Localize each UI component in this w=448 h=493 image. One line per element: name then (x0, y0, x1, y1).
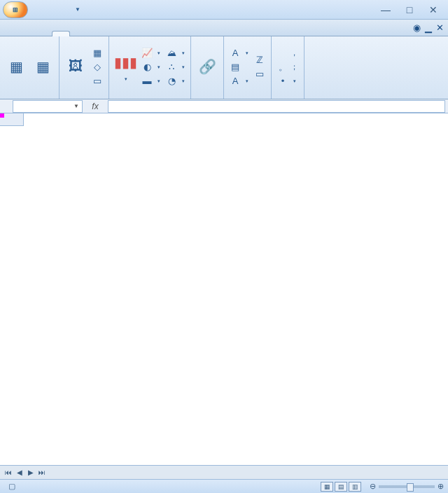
pie-chart-button[interactable]: ◐▾ (140, 61, 162, 74)
other-chart-icon: ◔ (166, 76, 177, 87)
line-chart-icon: 📈 (141, 48, 153, 59)
pie-chart-icon: ◐ (141, 62, 153, 73)
group-label-illustrations (64, 96, 104, 97)
minimize-button[interactable]: ― (378, 4, 393, 15)
horizontal-scrollbar[interactable] (50, 467, 445, 478)
close-button[interactable]: ✕ (426, 4, 441, 15)
other-chart-button[interactable]: ◔▾ (164, 75, 186, 88)
office-button-icon[interactable]: ⊞ (3, 1, 28, 18)
group-label-charts (113, 96, 186, 97)
symbol3-icon: • (277, 76, 288, 87)
wordart-icon: A (230, 76, 241, 87)
picture-button[interactable]: 🖼 (64, 55, 88, 79)
select-all-corner[interactable] (0, 113, 24, 126)
title-bar: ⊞ ▼ ― □ ✕ (0, 0, 448, 20)
pivot-icon: ▦ (6, 57, 26, 76)
hyperlink-icon: 🔗 (197, 57, 217, 76)
sig-icon: ℤ (254, 55, 265, 66)
sig-button[interactable]: ℤ (253, 54, 267, 67)
maximize-button[interactable]: □ (402, 4, 417, 15)
symbol3-button[interactable]: •▾ (276, 75, 300, 88)
table-icon: ▦ (33, 57, 52, 76)
sheet-nav-next[interactable]: ▶ (25, 468, 36, 476)
table-button[interactable]: ▦ (31, 55, 55, 79)
fx-icon[interactable]: fx (87, 102, 104, 111)
qat-dropdown-icon[interactable]: ▼ (72, 4, 83, 15)
group-label-tables (4, 96, 55, 97)
column-chart-icon: ▮▮▮ (115, 53, 135, 72)
view-break-button[interactable]: ▥ (349, 482, 361, 492)
symbol2-button[interactable]: 。； (276, 61, 300, 74)
view-normal-button[interactable]: ▦ (321, 482, 333, 492)
zoom-slider[interactable] (379, 485, 435, 488)
quick-access-toolbar: ▼ (32, 4, 83, 15)
namebox-dropdown-icon[interactable]: ▼ (74, 103, 79, 109)
formula-input[interactable] (108, 100, 445, 113)
status-bar: ▢ ▦ ▤ ▥ ⊖ ⊕ (0, 479, 448, 493)
help-icon[interactable]: ◉ (413, 22, 421, 33)
line-chart-button[interactable]: 📈▾ (140, 47, 162, 60)
spreadsheet-grid[interactable] (0, 113, 448, 465)
group-label-text (228, 96, 267, 97)
annotation-arrow (0, 113, 210, 218)
formula-bar: ▼ fx (0, 99, 448, 113)
ribbon-tabs: ◉ ▁ ✕ (0, 20, 448, 36)
shapes-icon: ◇ (92, 62, 103, 73)
sheet-nav-first[interactable]: ⏮ (3, 468, 14, 476)
ribbon-min-icon[interactable]: ▁ (425, 22, 432, 33)
scatter-chart-button[interactable]: ∴▾ (164, 61, 186, 74)
wordart-button[interactable]: A▾ (228, 75, 250, 88)
status-macro-icon[interactable]: ▢ (8, 482, 15, 491)
redo-icon[interactable] (59, 4, 70, 15)
symbol-icon: 。 (277, 62, 288, 73)
sheet-tab-bar: ⏮ ◀ ▶ ⏭ (0, 465, 448, 479)
picture-icon: 🖼 (66, 57, 85, 76)
smartart-button[interactable]: ▭ (90, 75, 104, 88)
bar-chart-button[interactable]: ▬▾ (140, 75, 162, 88)
area-chart-icon: ⛰ (166, 48, 177, 59)
hyperlink-button[interactable]: 🔗 (195, 55, 219, 79)
tab-formulas[interactable] (88, 30, 106, 36)
zoom-in-button[interactable]: ⊕ (438, 482, 444, 491)
ribbon-close-icon[interactable]: ✕ (436, 22, 444, 33)
tab-insert[interactable] (52, 31, 70, 36)
obj-icon: ▭ (254, 69, 265, 80)
ribbon: ▦ ▦ 🖼 ▦ ◇ ▭ ▮▮▮ ▾ (0, 36, 448, 99)
clipart-icon: ▦ (92, 48, 103, 59)
shapes-button[interactable]: ◇ (90, 61, 104, 74)
omega-icon (277, 48, 288, 59)
textbox-button[interactable]: A▾ (228, 47, 250, 60)
undo-icon[interactable] (46, 4, 57, 15)
tab-pdf[interactable] (161, 30, 179, 36)
symbol-button[interactable]: ， (276, 47, 300, 60)
save-icon[interactable] (32, 4, 43, 15)
column-chart-button[interactable]: ▮▮▮ ▾ (113, 51, 137, 83)
smartart-icon: ▭ (92, 76, 103, 87)
pivot-table-button[interactable]: ▦ (4, 55, 28, 79)
sheet-nav-last[interactable]: ⏭ (36, 468, 48, 476)
scatter-chart-icon: ∴ (166, 62, 177, 73)
name-box[interactable]: ▼ (13, 100, 83, 113)
textbox-icon: A (230, 48, 241, 59)
group-label-links (195, 96, 219, 97)
bar-chart-icon: ▬ (141, 76, 153, 87)
tab-view[interactable] (143, 30, 161, 36)
tab-page-layout[interactable] (70, 30, 88, 36)
group-label-symbols (276, 96, 300, 97)
clipart-button[interactable]: ▦ (90, 47, 104, 60)
header-footer-button[interactable]: ▤ (228, 61, 250, 74)
sheet-nav-prev[interactable]: ◀ (14, 468, 25, 476)
area-chart-button[interactable]: ⛰▾ (164, 47, 186, 60)
view-layout-button[interactable]: ▤ (335, 482, 347, 492)
tab-data[interactable] (106, 30, 125, 36)
tab-review[interactable] (125, 30, 143, 36)
tab-home[interactable] (34, 30, 52, 36)
obj-button[interactable]: ▭ (253, 68, 267, 81)
zoom-out-button[interactable]: ⊖ (370, 482, 376, 491)
header-icon: ▤ (230, 62, 241, 73)
